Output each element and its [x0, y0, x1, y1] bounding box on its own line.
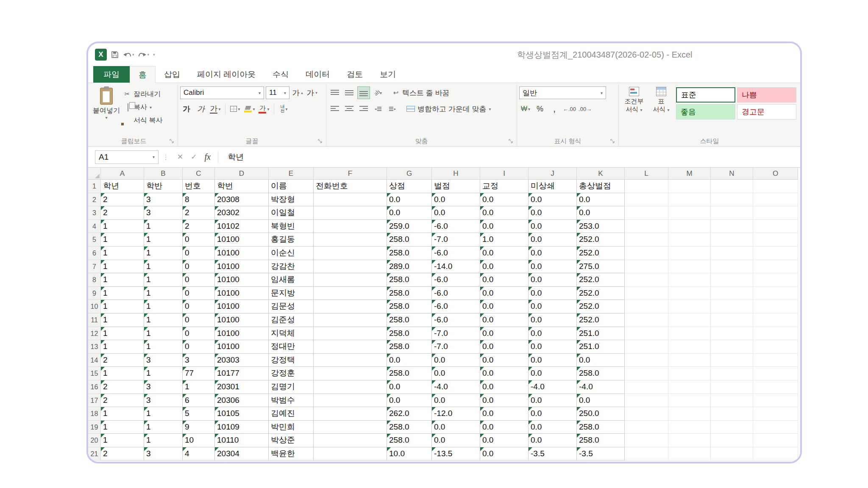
cell-M7[interactable]	[668, 260, 711, 274]
cell-D17[interactable]: 20306	[215, 394, 269, 408]
cell-E17[interactable]: 박범수	[269, 394, 314, 408]
cell-F2[interactable]	[314, 193, 387, 207]
align-bottom-button[interactable]	[357, 86, 370, 99]
fill-color-button[interactable]: ▾	[243, 103, 256, 115]
cell-C6[interactable]: 0	[183, 247, 215, 260]
cell-E13[interactable]: 정대만	[269, 340, 314, 354]
cell-N6[interactable]	[711, 247, 753, 260]
cell-C10[interactable]: 0	[183, 300, 215, 313]
cell-N16[interactable]	[711, 380, 753, 394]
underline-button[interactable]: 가▾	[209, 103, 222, 115]
cell-G16[interactable]: 0.0	[387, 380, 432, 394]
cell-N8[interactable]	[711, 273, 753, 287]
cell-O5[interactable]	[753, 233, 798, 247]
dialog-launcher-icon[interactable]	[318, 139, 323, 144]
cell-M5[interactable]	[668, 233, 711, 247]
cell-J12[interactable]: 0.0	[529, 327, 577, 341]
cell-F9[interactable]	[314, 287, 387, 300]
column-header-N[interactable]: N	[711, 168, 753, 180]
cell-G8[interactable]: 258.0	[387, 273, 432, 287]
ribbon-tab-view[interactable]: 보기	[371, 66, 404, 83]
cell-A4[interactable]: 1	[101, 220, 144, 233]
cell-M16[interactable]	[668, 380, 711, 394]
cell-E14[interactable]: 강정택	[269, 354, 314, 367]
cell-H18[interactable]: -12.0	[432, 407, 480, 421]
cell-B19[interactable]: 1	[144, 421, 183, 434]
column-header-A[interactable]: A	[101, 168, 144, 180]
row-header-13[interactable]: 13	[88, 340, 101, 354]
align-center-button[interactable]	[343, 103, 356, 115]
column-header-F[interactable]: F	[314, 168, 387, 180]
cell-C19[interactable]: 9	[183, 421, 215, 434]
cell-D11[interactable]: 10100	[215, 313, 269, 327]
cell-L11[interactable]	[625, 313, 668, 327]
ribbon-tab-file[interactable]: 파일	[93, 66, 130, 83]
cell-I15[interactable]: 0.0	[480, 367, 529, 380]
cell-M9[interactable]	[668, 287, 711, 300]
cell-A8[interactable]: 1	[101, 273, 144, 287]
cell-O14[interactable]	[753, 354, 798, 367]
font-name-select[interactable]: Calibri ▾	[180, 86, 264, 99]
cell-I11[interactable]: 0.0	[480, 313, 529, 327]
column-header-K[interactable]: K	[577, 168, 625, 180]
cell-K2[interactable]: 0.0	[577, 193, 625, 207]
cell-O19[interactable]	[753, 421, 798, 434]
cell-N5[interactable]	[711, 233, 753, 247]
cell-D12[interactable]: 10100	[215, 327, 269, 341]
cell-B1[interactable]: 학반	[144, 180, 183, 193]
cut-button[interactable]: ✂ 잘라내기	[123, 89, 162, 100]
cell-M8[interactable]	[668, 273, 711, 287]
cell-K18[interactable]: 250.0	[577, 407, 625, 421]
cell-C20[interactable]: 10	[183, 434, 215, 447]
cell-O10[interactable]	[753, 300, 798, 313]
cell-G1[interactable]: 상점	[387, 180, 432, 193]
ribbon-tab-home[interactable]: 홈	[130, 66, 156, 83]
cell-B9[interactable]: 1	[144, 287, 183, 300]
cell-J4[interactable]: 0.0	[529, 220, 577, 233]
cell-L19[interactable]	[625, 421, 668, 434]
cell-F4[interactable]	[314, 220, 387, 233]
cell-J16[interactable]: -4.0	[529, 380, 577, 394]
cell-A3[interactable]: 2	[101, 206, 144, 220]
cell-O18[interactable]	[753, 407, 798, 421]
cell-O8[interactable]	[753, 273, 798, 287]
cell-L15[interactable]	[625, 367, 668, 380]
cell-G6[interactable]: 258.0	[387, 247, 432, 260]
cell-K20[interactable]: 258.0	[577, 434, 625, 447]
cell-F13[interactable]	[314, 340, 387, 354]
cell-E3[interactable]: 이일철	[269, 206, 314, 220]
cell-O1[interactable]	[753, 180, 798, 193]
cell-C12[interactable]: 0	[183, 327, 215, 341]
cell-L18[interactable]	[625, 407, 668, 421]
cell-H13[interactable]: -7.0	[432, 340, 480, 354]
cell-C4[interactable]: 2	[183, 220, 215, 233]
cell-D6[interactable]: 10100	[215, 247, 269, 260]
cell-K9[interactable]: 252.0	[577, 287, 625, 300]
cell-E12[interactable]: 지덕체	[269, 327, 314, 341]
cell-L3[interactable]	[625, 206, 668, 220]
cell-B15[interactable]: 1	[144, 367, 183, 380]
cell-I19[interactable]: 0.0	[480, 421, 529, 434]
cell-B13[interactable]: 1	[144, 340, 183, 354]
cell-N4[interactable]	[711, 220, 753, 233]
cell-I9[interactable]: 0.0	[480, 287, 529, 300]
cell-L14[interactable]	[625, 354, 668, 367]
cell-N10[interactable]	[711, 300, 753, 313]
cell-B4[interactable]: 1	[144, 220, 183, 233]
decrease-decimal-button[interactable]: .00→	[578, 103, 592, 115]
cell-J11[interactable]: 0.0	[529, 313, 577, 327]
cell-G20[interactable]: 258.0	[387, 434, 432, 447]
cell-K15[interactable]: 258.0	[577, 367, 625, 380]
cell-N12[interactable]	[711, 327, 753, 341]
row-header-17[interactable]: 17	[88, 394, 101, 408]
cell-H2[interactable]: 0.0	[432, 193, 480, 207]
font-color-button[interactable]: 가 ▾	[258, 103, 270, 115]
cell-G9[interactable]: 258.0	[387, 287, 432, 300]
cell-C18[interactable]: 5	[183, 407, 215, 421]
cell-F6[interactable]	[314, 247, 387, 260]
cell-E1[interactable]: 이름	[269, 180, 314, 193]
cell-O11[interactable]	[753, 313, 798, 327]
cell-D10[interactable]: 10100	[215, 300, 269, 313]
cell-K4[interactable]: 253.0	[577, 220, 625, 233]
cell-L10[interactable]	[625, 300, 668, 313]
